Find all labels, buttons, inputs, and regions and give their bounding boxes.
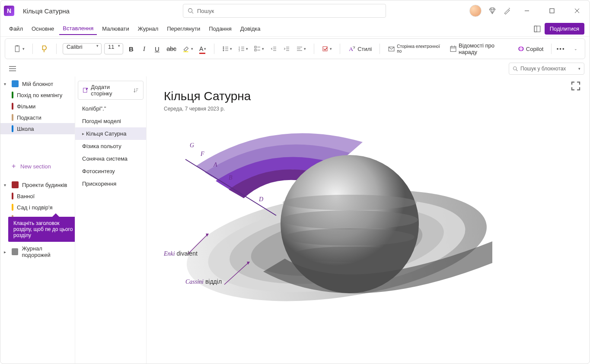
- svg-text:3: 3: [239, 49, 240, 52]
- notebook-icon: [12, 181, 19, 188]
- wand-icon[interactable]: [503, 7, 511, 15]
- more-button[interactable]: •••: [555, 43, 567, 55]
- styles-button[interactable]: AСтилі: [346, 43, 373, 55]
- page-date: Середа, 7 червня 2023 р.: [164, 106, 572, 112]
- section-color-icon: [12, 114, 13, 121]
- menu-insert[interactable]: Вставлення: [59, 22, 97, 35]
- share-button[interactable]: Поділитися: [545, 23, 584, 35]
- ring-label-b: B: [229, 174, 233, 181]
- close-button[interactable]: [568, 4, 586, 18]
- svg-point-64: [281, 210, 418, 229]
- email-page-button[interactable]: Сторінка електронної по: [386, 43, 445, 55]
- section-item[interactable]: Подкасти: [0, 112, 75, 123]
- page-item[interactable]: Фізика польоту: [75, 140, 146, 152]
- hamburger-button[interactable]: [6, 63, 19, 75]
- ribbon-collapse-button[interactable]: ⌄: [570, 43, 580, 55]
- format-painter-button[interactable]: [39, 43, 50, 55]
- section-color-icon: [12, 204, 13, 211]
- menu-help[interactable]: Довідка: [237, 23, 264, 35]
- menubar: Файл Основне Вставлення Малювати Журнал …: [0, 21, 590, 37]
- search-notebooks-input[interactable]: Пошук у блокнотах ▾: [509, 63, 584, 75]
- tag-button[interactable]: ▾: [320, 43, 334, 55]
- page-item[interactable]: Колібрі".": [75, 102, 146, 115]
- outdent-button[interactable]: [268, 43, 279, 55]
- menu-review[interactable]: Переглянути: [163, 23, 204, 35]
- new-section-button[interactable]: +New section: [0, 160, 75, 172]
- meeting-details-button[interactable]: Відомості про нараду: [448, 43, 513, 55]
- notebook-sidebar: ▾Мій блокнот Похід по кемпінгу Фільми По…: [0, 76, 75, 364]
- font-color-button[interactable]: A▾: [198, 43, 208, 55]
- section-color-icon: [12, 92, 13, 98]
- page-title[interactable]: Кільця Сатурна: [164, 89, 572, 103]
- svg-point-48: [513, 67, 517, 70]
- align-button[interactable]: ▾: [294, 43, 308, 55]
- titlebar: N Кільця Сатурна Пошук: [0, 0, 590, 21]
- font-size-select[interactable]: 11▾: [104, 43, 123, 54]
- section-color-icon: [12, 193, 13, 199]
- section-item[interactable]: Фільми: [0, 101, 75, 112]
- fullscreen-icon[interactable]: [533, 25, 541, 33]
- ring-label-d: D: [259, 196, 263, 203]
- menu-home[interactable]: Основне: [28, 23, 57, 35]
- svg-rect-9: [16, 45, 19, 46]
- svg-rect-6: [534, 26, 540, 32]
- app-icon: N: [4, 6, 14, 16]
- minimize-button[interactable]: [518, 4, 536, 18]
- window-title: Кільця Сатурна: [23, 7, 70, 15]
- checklist-button[interactable]: ▾: [252, 43, 266, 55]
- tooltip: Клацніть заголовок розділу, щоб пе до ць…: [8, 217, 75, 242]
- notebook-item[interactable]: ▸Журнал подорожей: [0, 243, 75, 260]
- menu-draw[interactable]: Малювати: [99, 23, 132, 35]
- svg-rect-7: [534, 26, 537, 32]
- highlight-button[interactable]: ▾: [181, 43, 195, 55]
- paste-button[interactable]: ▾: [12, 43, 26, 55]
- copilot-button[interactable]: Copilot: [516, 43, 545, 55]
- section-item[interactable]: Школа: [0, 123, 75, 134]
- sort-icon[interactable]: [133, 87, 139, 93]
- page-canvas[interactable]: Кільця Сатурна Середа, 7 червня 2023 р.: [147, 76, 590, 364]
- indent-button[interactable]: [281, 43, 292, 55]
- edit-icon: [83, 87, 88, 93]
- notebook-item[interactable]: ▾Проекти будинків: [0, 179, 75, 190]
- svg-point-63: [283, 195, 417, 210]
- maximize-button[interactable]: [543, 4, 561, 18]
- search-input[interactable]: Пошук: [183, 4, 386, 18]
- underline-button[interactable]: U: [152, 43, 162, 55]
- page-item[interactable]: Погодні моделі: [75, 115, 146, 127]
- strikethrough-button[interactable]: abc: [165, 43, 178, 55]
- numbering-button[interactable]: 123▾: [236, 43, 250, 55]
- section-item[interactable]: Сад і подвір'я: [0, 202, 75, 213]
- section-color-icon: [12, 103, 13, 110]
- page-item[interactable]: Сонячна система: [75, 152, 146, 165]
- svg-text:A: A: [349, 46, 353, 52]
- ring-label-f: F: [201, 151, 204, 158]
- page-item[interactable]: Фотосинтезу: [75, 165, 146, 177]
- page-item[interactable]: Прискорення: [75, 177, 146, 190]
- font-select[interactable]: Calibri▾: [63, 43, 102, 54]
- page-item[interactable]: ▸Кільця Сатурна: [75, 127, 146, 140]
- ribbon: ▾ Calibri▾ 11▾ B I U abc ▾ A▾ ▾ 123▾ ▾ ▾…: [5, 38, 585, 59]
- svg-point-13: [223, 48, 224, 50]
- body: ▾Мій блокнот Похід по кемпінгу Фільми По…: [0, 76, 590, 364]
- notebook-icon: [12, 248, 19, 255]
- section-item[interactable]: Похід по кемпінгу: [0, 89, 75, 101]
- add-page-button[interactable]: Додати сторінку: [78, 81, 144, 100]
- avatar[interactable]: [469, 5, 482, 17]
- section-item[interactable]: Ванної: [0, 190, 75, 202]
- svg-rect-3: [550, 9, 554, 13]
- svg-point-43: [519, 47, 523, 51]
- bullets-button[interactable]: ▾: [220, 43, 234, 55]
- expand-icon[interactable]: [571, 81, 581, 91]
- menu-history[interactable]: Журнал: [134, 23, 162, 35]
- saturn-illustration: G F A B C D Enki divalent Cassini відділ: [164, 125, 492, 341]
- svg-point-44: [520, 47, 523, 51]
- bold-button[interactable]: B: [126, 43, 136, 55]
- italic-button[interactable]: I: [139, 43, 149, 55]
- svg-point-66: [293, 247, 406, 262]
- menu-file[interactable]: Файл: [6, 23, 26, 35]
- section-color-icon: [12, 125, 13, 132]
- menu-view[interactable]: Подання: [205, 23, 235, 35]
- notebook-item[interactable]: ▾Мій блокнот: [0, 78, 75, 89]
- diamond-icon[interactable]: [488, 7, 496, 15]
- svg-rect-10: [183, 51, 188, 52]
